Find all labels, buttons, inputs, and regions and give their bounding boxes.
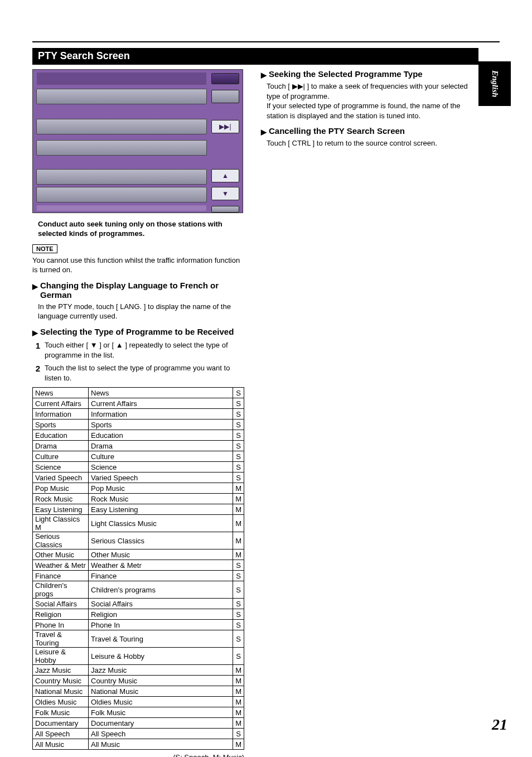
table-cell: S — [233, 441, 244, 451]
heading-seeking: ▶ Seeking the Selected Programme Type — [261, 69, 473, 79]
table-cell: Documentary — [33, 718, 89, 729]
table-cell: Folk Music — [89, 707, 233, 718]
table-cell: S — [233, 599, 244, 609]
table-cell: M — [233, 549, 244, 560]
table-row: Weather & MetrWeather & MetrS — [33, 560, 244, 571]
table-cell: Jazz Music — [89, 665, 233, 676]
table-row: EducationEducationS — [33, 430, 244, 441]
table-cell: Information — [89, 409, 233, 420]
top-rule — [32, 41, 500, 42]
table-row: Social AffairsSocial AffairsS — [33, 599, 244, 609]
table-row: SportsSportsS — [33, 420, 244, 430]
table-cell: Leisure & Hobby — [33, 648, 89, 665]
table-cell: S — [233, 472, 244, 483]
table-row: Children's progsChildren's programsS — [33, 581, 244, 599]
screen-list-row — [36, 187, 207, 202]
table-cell: Science — [89, 462, 233, 472]
table-row: Serious ClassicsSerious ClassicsM — [33, 532, 244, 549]
heading-select-programme: ▶ Selecting the Type of Programme to be … — [32, 327, 244, 337]
table-row: Phone InPhone InS — [33, 620, 244, 630]
table-cell: M — [233, 676, 244, 686]
table-cell: Culture — [89, 451, 233, 462]
table-cell: Culture — [33, 451, 89, 462]
table-cell: S — [233, 630, 244, 648]
step-1: 1 Touch either [ ▼ ] or [ ▲ ] repeatedly… — [32, 340, 244, 360]
table-row: Light Classics MLight Classics MusicM — [33, 515, 244, 532]
play-arrow-icon: ▶ — [261, 71, 267, 79]
table-cell: Drama — [33, 441, 89, 451]
table-cell: Rock Music — [33, 494, 89, 504]
play-arrow-icon: ▶ — [32, 329, 38, 337]
table-cell: S — [233, 420, 244, 430]
table-cell: Easy Listening — [33, 504, 89, 515]
table-cell: National Music — [33, 686, 89, 697]
table-cell: All Music — [33, 739, 89, 750]
table-cell: Easy Listening — [89, 504, 233, 515]
table-cell: Documentary — [89, 718, 233, 729]
heading-text: Selecting the Type of Programme to be Re… — [40, 327, 234, 336]
table-legend: (S: Speech, M: Music) — [32, 753, 244, 757]
table-cell: Leisure & Hobby — [89, 648, 233, 665]
table-cell: M — [233, 697, 244, 707]
table-cell: S — [233, 620, 244, 630]
table-cell: Information — [33, 409, 89, 420]
table-row: Rock MusicRock MusicM — [33, 494, 244, 504]
screen-side-button — [211, 90, 239, 103]
table-cell: Pop Music — [89, 483, 233, 494]
section-title: PTY Search Screen — [32, 48, 478, 65]
table-cell: S — [233, 388, 244, 398]
table-cell: All Speech — [89, 729, 233, 739]
step-text: Touch the list to select the type of pro… — [45, 363, 244, 383]
table-cell: Current Affairs — [33, 398, 89, 409]
table-row: Oldies MusicOldies MusicM — [33, 697, 244, 707]
table-cell: S — [233, 571, 244, 581]
table-cell: M — [233, 532, 244, 549]
table-cell: Phone In — [33, 620, 89, 630]
table-row: DocumentaryDocumentaryM — [33, 718, 244, 729]
table-row: Travel & TouringTravel & TouringS — [33, 630, 244, 648]
table-cell: S — [233, 462, 244, 472]
table-row: Other MusicOther MusicM — [33, 549, 244, 560]
play-arrow-icon: ▶ — [261, 128, 267, 136]
table-cell: S — [233, 609, 244, 620]
table-cell: News — [89, 388, 233, 398]
screen-list-row — [36, 169, 207, 185]
table-cell: Travel & Touring — [33, 630, 89, 648]
table-cell: M — [233, 515, 244, 532]
table-cell: Other Music — [33, 549, 89, 560]
table-cell: M — [233, 665, 244, 676]
page-number: 21 — [492, 716, 507, 734]
table-cell: Finance — [33, 571, 89, 581]
table-cell: S — [233, 409, 244, 420]
screen-list-row — [36, 119, 207, 134]
table-cell: S — [233, 560, 244, 571]
step-number: 2 — [32, 363, 40, 383]
table-row: FinanceFinanceS — [33, 571, 244, 581]
pty-screen-illustration: ▶▶| ▲ ▼ — [32, 69, 243, 213]
table-row: National MusicNational MusicM — [33, 686, 244, 697]
table-cell: Science — [33, 462, 89, 472]
table-row: DramaDramaS — [33, 441, 244, 451]
table-cell: National Music — [89, 686, 233, 697]
table-cell: Education — [33, 430, 89, 441]
pty-programme-table: NewsNewsSCurrent AffairsCurrent AffairsS… — [32, 387, 244, 750]
screen-footer-button — [211, 206, 239, 213]
text-cancelling: Touch [ CTRL ] to return to the source c… — [267, 138, 473, 148]
lead-text: Conduct auto seek tuning only on those s… — [38, 220, 244, 239]
table-cell: Varied Speech — [89, 472, 233, 483]
table-cell: Religion — [89, 609, 233, 620]
table-cell: S — [233, 729, 244, 739]
table-cell: M — [233, 718, 244, 729]
play-arrow-icon: ▶ — [32, 282, 38, 291]
table-cell: Children's programs — [89, 581, 233, 599]
table-cell: S — [233, 430, 244, 441]
table-cell: Drama — [89, 441, 233, 451]
table-cell: Sports — [33, 420, 89, 430]
screen-list-row — [36, 89, 207, 104]
table-cell: Education — [89, 430, 233, 441]
table-cell: Light Classics Music — [89, 515, 233, 532]
table-cell: Weather & Metr — [89, 560, 233, 571]
note-label: NOTE — [32, 244, 57, 253]
table-cell: Rock Music — [89, 494, 233, 504]
step-2: 2 Touch the list to select the type of p… — [32, 363, 244, 383]
